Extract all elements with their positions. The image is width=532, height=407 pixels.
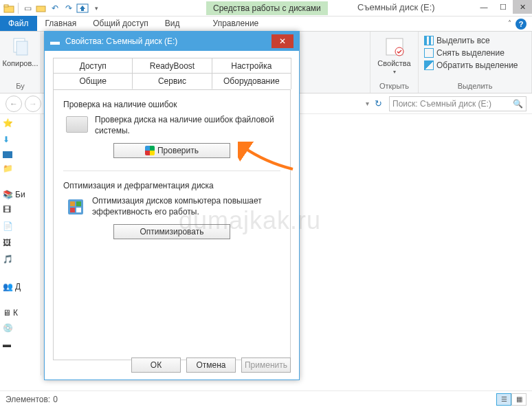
deselect-icon: [424, 48, 434, 58]
tab-view[interactable]: Вид: [157, 16, 188, 31]
svg-rect-1: [4, 5, 8, 7]
window-buttons: — ☐ ✕: [474, 0, 532, 14]
doc-icon: 📄: [3, 221, 14, 232]
window-title: Съемный диск (E:): [357, 2, 435, 12]
invert-icon: [424, 60, 434, 70]
ribbon-tabs: Файл Главная Общий доступ Вид Управление…: [0, 16, 532, 32]
customize-qa-icon[interactable]: ▾: [90, 2, 102, 14]
elements-label: Элементов:: [5, 395, 50, 404]
search-icon: 🔍: [513, 99, 523, 109]
properties-large-icon: [384, 36, 406, 58]
star-icon: ⭐: [3, 118, 14, 129]
sb-music[interactable]: 🎵: [3, 254, 38, 265]
explorer-icon: [3, 2, 15, 14]
check-button[interactable]: Проверить: [113, 143, 230, 158]
svg-rect-2: [36, 6, 45, 12]
refresh-icon[interactable]: ↻: [375, 98, 382, 109]
tab-access[interactable]: Доступ: [53, 58, 133, 74]
up-icon[interactable]: [76, 2, 89, 14]
svg-rect-5: [16, 41, 27, 55]
details-view-button[interactable]: ☰: [496, 393, 511, 406]
sb-disk-c[interactable]: 💿: [3, 323, 38, 334]
removable-icon: ▬: [3, 340, 14, 351]
sb-recent[interactable]: 📁: [3, 164, 38, 175]
copy-button[interactable]: Копиров...: [5, 34, 35, 69]
tab-customize[interactable]: Настройка: [212, 58, 291, 74]
properties-dialog: ▬ Свойства: Съемный диск (E:) ✕ Доступ R…: [44, 31, 300, 380]
svg-rect-11: [70, 208, 75, 212]
help-icon[interactable]: ?: [516, 19, 527, 30]
undo-icon[interactable]: ↶: [49, 2, 61, 14]
dialog-titlebar: ▬ Свойства: Съемный диск (E:) ✕: [45, 32, 299, 51]
error-check-title: Проверка на наличие ошибок: [63, 100, 280, 109]
tab-tools[interactable]: Сервис: [132, 73, 212, 89]
download-icon: ⬇: [3, 135, 14, 146]
recent-icon: 📁: [3, 164, 14, 175]
disk-icon: ▬: [50, 36, 60, 47]
sb-computer[interactable]: 🖥К: [3, 308, 38, 318]
deselect-link[interactable]: Снять выделение: [424, 47, 526, 59]
redo-icon[interactable]: ↷: [63, 2, 75, 14]
ok-button[interactable]: ОК: [131, 358, 181, 373]
optimize-button[interactable]: Оптимизировать: [113, 224, 230, 239]
sb-documents[interactable]: 📄: [3, 221, 38, 232]
drive-icon: [66, 116, 88, 133]
maximize-button[interactable]: ☐: [494, 0, 513, 14]
sb-libraries[interactable]: 📚Би: [3, 190, 38, 199]
tab-manage[interactable]: Управление: [205, 16, 267, 31]
svg-rect-9: [70, 201, 75, 206]
apply-button[interactable]: Применить: [241, 358, 291, 373]
defrag-desc: Оптимизация дисков компьютера повышает э…: [92, 196, 280, 217]
computer-icon: 🖥: [3, 308, 11, 318]
homegroup-icon: 👥: [3, 282, 13, 292]
desktop-icon: [3, 151, 12, 158]
sb-downloads[interactable]: ⬇: [3, 135, 38, 146]
tab-home[interactable]: Главная: [37, 16, 85, 31]
select-all-icon: [424, 36, 434, 45]
tab-hardware[interactable]: Оборудование: [212, 73, 291, 89]
sidebar: ⭐ ⬇ 📁 📚Би 🎞 📄 🖼 🎵 👥Д 🖥К 💿 ▬: [0, 114, 41, 375]
music-icon: 🎵: [3, 254, 14, 265]
select-all-link[interactable]: Выделить все: [424, 34, 526, 47]
disk-icon: 💿: [3, 323, 14, 334]
pic-icon: 🖼: [3, 238, 14, 249]
tab-panel-tools: Проверка на наличие ошибок Проверка диск…: [53, 89, 291, 360]
sb-pictures[interactable]: 🖼: [3, 238, 38, 249]
status-bar: Элементов: 0 ☰ ▦: [0, 390, 532, 407]
collapse-ribbon-icon[interactable]: ˄: [508, 19, 511, 27]
forward-button[interactable]: →: [25, 96, 41, 112]
back-button[interactable]: ←: [5, 96, 22, 112]
sb-desktop[interactable]: [3, 151, 38, 158]
defrag-title: Оптимизация и дефрагментация диска: [63, 181, 280, 190]
contextual-tab-label: Средства работы с дисками: [206, 1, 328, 15]
svg-rect-10: [76, 201, 81, 206]
sb-disk-e[interactable]: ▬: [3, 340, 38, 351]
defrag-icon: [66, 197, 85, 217]
error-check-desc: Проверка диска на наличие ошибок файлово…: [95, 115, 280, 136]
close-button[interactable]: ✕: [513, 0, 532, 14]
tab-readyboost[interactable]: ReadyBoost: [132, 58, 212, 74]
dialog-close-button[interactable]: ✕: [271, 34, 293, 48]
tab-share[interactable]: Общий доступ: [85, 16, 157, 31]
library-icon: 📚: [3, 190, 13, 199]
minimize-button[interactable]: —: [474, 0, 494, 14]
properties-icon[interactable]: ▭: [21, 2, 34, 14]
search-input[interactable]: Поиск: Съемный диск (E:) 🔍: [389, 96, 527, 111]
file-tab[interactable]: Файл: [0, 16, 37, 31]
video-icon: 🎞: [3, 205, 14, 216]
svg-rect-12: [76, 208, 81, 212]
cancel-button[interactable]: Отмена: [186, 358, 236, 373]
sb-favorites[interactable]: ⭐: [3, 118, 38, 129]
copy-icon: [10, 36, 32, 58]
properties-button[interactable]: Свойства ▾: [376, 34, 412, 76]
elements-count: 0: [53, 395, 58, 404]
sb-homegroup[interactable]: 👥Д: [3, 282, 38, 292]
open-icon[interactable]: [35, 2, 47, 14]
invert-selection-link[interactable]: Обратить выделение: [424, 59, 526, 72]
icons-view-button[interactable]: ▦: [511, 393, 527, 406]
sb-videos[interactable]: 🎞: [3, 205, 38, 216]
dialog-title: Свойства: Съемный диск (E:): [65, 36, 177, 46]
tab-general[interactable]: Общие: [53, 73, 133, 89]
chevron-down-icon[interactable]: ▾: [366, 100, 369, 107]
shield-icon: [145, 146, 155, 155]
